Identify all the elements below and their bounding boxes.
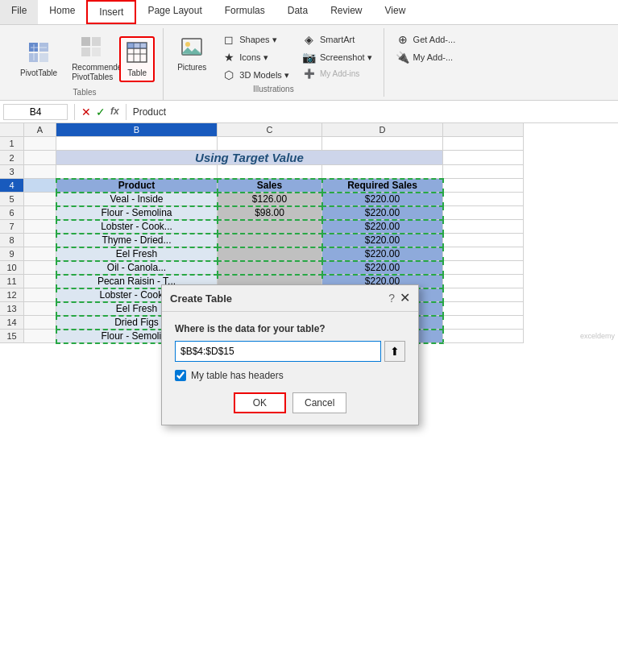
cell-c1[interactable] bbox=[218, 137, 322, 151]
cell-c4[interactable]: Sales bbox=[218, 179, 322, 193]
cell-e4[interactable] bbox=[443, 179, 524, 193]
cell-b8[interactable]: Thyme - Dried... bbox=[56, 234, 218, 247]
tab-insert[interactable]: Insert bbox=[86, 0, 136, 24]
cell-b6[interactable]: Flour - Semolina bbox=[56, 206, 218, 220]
cell-e13[interactable] bbox=[443, 302, 524, 316]
tab-home[interactable]: Home bbox=[38, 0, 86, 24]
formula-input[interactable] bbox=[130, 106, 615, 118]
cell-e12[interactable] bbox=[443, 288, 524, 302]
cell-d7[interactable]: $220.00 bbox=[322, 220, 443, 234]
dialog-ok-button[interactable]: OK bbox=[234, 392, 286, 413]
cell-d1[interactable] bbox=[322, 137, 443, 151]
row-num-10[interactable]: 10 bbox=[0, 261, 24, 275]
cell-b3[interactable] bbox=[56, 165, 218, 179]
cancel-formula-icon[interactable]: ✕ bbox=[81, 106, 91, 118]
cell-e3[interactable] bbox=[443, 165, 524, 179]
row-num-13[interactable]: 13 bbox=[0, 302, 24, 316]
cell-e6[interactable] bbox=[443, 206, 524, 220]
cell-a15[interactable] bbox=[24, 330, 56, 343]
cell-b10[interactable]: Oil - Canola... bbox=[56, 261, 218, 275]
tab-page-layout[interactable]: Page Layout bbox=[136, 0, 213, 24]
get-addins-button[interactable]: ⊕ Get Add-... bbox=[392, 31, 459, 48]
col-header-a[interactable]: A bbox=[24, 123, 56, 137]
cell-a14[interactable] bbox=[24, 316, 56, 330]
cell-a4[interactable] bbox=[24, 179, 56, 193]
tab-review[interactable]: Review bbox=[319, 0, 373, 24]
recommended-pivottables-button[interactable]: Recommended PivotTables bbox=[66, 31, 116, 86]
confirm-formula-icon[interactable]: ✓ bbox=[96, 106, 106, 118]
row-num-12[interactable]: 12 bbox=[0, 288, 24, 302]
pictures-button[interactable]: Pictures bbox=[172, 31, 212, 76]
col-header-e[interactable] bbox=[443, 123, 524, 137]
cell-d9[interactable]: $220.00 bbox=[322, 247, 443, 261]
cell-e11[interactable] bbox=[443, 275, 524, 288]
dialog-headers-checkbox[interactable] bbox=[175, 370, 186, 381]
col-header-c[interactable]: C bbox=[218, 123, 322, 137]
row-num-15[interactable]: 15 bbox=[0, 330, 24, 343]
dialog-range-input[interactable] bbox=[175, 341, 381, 362]
cell-a10[interactable] bbox=[24, 261, 56, 275]
cell-d4[interactable]: Required Sales bbox=[322, 179, 443, 193]
cell-a6[interactable] bbox=[24, 206, 56, 220]
cell-a12[interactable] bbox=[24, 288, 56, 302]
row-num-8[interactable]: 8 bbox=[0, 234, 24, 247]
cell-a11[interactable] bbox=[24, 275, 56, 288]
icons-button[interactable]: ★ Icons ▾ bbox=[218, 49, 292, 65]
my-addins-button[interactable]: ➕ My Add-ins bbox=[299, 67, 375, 81]
dialog-cancel-button[interactable]: Cancel bbox=[292, 392, 346, 413]
cell-e10[interactable] bbox=[443, 261, 524, 275]
row-num-1[interactable]: 1 bbox=[0, 137, 24, 151]
cell-c10[interactable] bbox=[218, 261, 322, 275]
tab-formulas[interactable]: Formulas bbox=[214, 0, 276, 24]
pivot-table-button[interactable]: PivotTable bbox=[15, 37, 63, 81]
row-num-9[interactable]: 9 bbox=[0, 247, 24, 261]
cell-d6[interactable]: $220.00 bbox=[322, 206, 443, 220]
cell-a13[interactable] bbox=[24, 302, 56, 316]
cell-b7[interactable]: Lobster - Cook... bbox=[56, 220, 218, 234]
cell-d5[interactable]: $220.00 bbox=[322, 193, 443, 206]
cell-b2[interactable]: Using Target Value bbox=[56, 151, 443, 165]
cell-a5[interactable] bbox=[24, 193, 56, 206]
cell-reference-input[interactable] bbox=[3, 104, 68, 120]
cell-c6[interactable]: $98.00 bbox=[218, 206, 322, 220]
screenshot-button[interactable]: 📷 Screenshot ▾ bbox=[299, 49, 375, 65]
cell-e1[interactable] bbox=[443, 137, 524, 151]
row-num-6[interactable]: 6 bbox=[0, 206, 24, 220]
cell-d3[interactable] bbox=[322, 165, 443, 179]
cell-b5[interactable]: Veal - Inside bbox=[56, 193, 218, 206]
row-num-11[interactable]: 11 bbox=[0, 275, 24, 288]
cell-d10[interactable]: $220.00 bbox=[322, 261, 443, 275]
cell-c5[interactable]: $126.00 bbox=[218, 193, 322, 206]
row-num-4[interactable]: 4 bbox=[0, 179, 24, 193]
row-num-3[interactable]: 3 bbox=[0, 165, 24, 179]
row-num-7[interactable]: 7 bbox=[0, 220, 24, 234]
cell-e7[interactable] bbox=[443, 220, 524, 234]
cell-d8[interactable]: $220.00 bbox=[322, 234, 443, 247]
smartart-button[interactable]: ◈ SmartArt bbox=[299, 31, 375, 48]
col-header-d[interactable]: D bbox=[322, 123, 443, 137]
cell-a2[interactable] bbox=[24, 151, 56, 165]
dialog-range-collapse-button[interactable]: ⬆ bbox=[384, 341, 405, 362]
col-header-b[interactable]: B bbox=[56, 123, 218, 137]
cell-a9[interactable] bbox=[24, 247, 56, 261]
dialog-help-button[interactable]: ? bbox=[388, 292, 395, 305]
cell-c8[interactable] bbox=[218, 234, 322, 247]
cell-b9[interactable]: Eel Fresh bbox=[56, 247, 218, 261]
cell-e15[interactable] bbox=[443, 330, 524, 343]
cell-e5[interactable] bbox=[443, 193, 524, 206]
table-button[interactable]: Table bbox=[119, 36, 155, 82]
cell-e8[interactable] bbox=[443, 234, 524, 247]
cell-a8[interactable] bbox=[24, 234, 56, 247]
cell-a1[interactable] bbox=[24, 137, 56, 151]
insert-function-icon[interactable]: fx bbox=[110, 106, 119, 118]
cell-b1[interactable] bbox=[56, 137, 218, 151]
cell-e9[interactable] bbox=[443, 247, 524, 261]
cell-a3[interactable] bbox=[24, 165, 56, 179]
cell-a7[interactable] bbox=[24, 220, 56, 234]
tab-file[interactable]: File bbox=[0, 0, 38, 24]
tab-view[interactable]: View bbox=[374, 0, 417, 24]
cell-e14[interactable] bbox=[443, 316, 524, 330]
tab-data[interactable]: Data bbox=[276, 0, 319, 24]
cell-c9[interactable] bbox=[218, 247, 322, 261]
cell-e2[interactable] bbox=[443, 151, 524, 165]
